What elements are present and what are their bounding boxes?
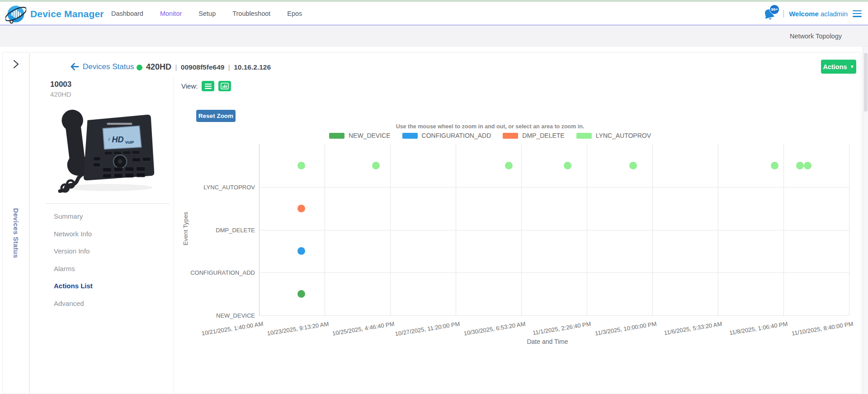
y-tick-label: LYNC_AUTOPROV bbox=[175, 183, 255, 190]
chart-point-lync_autoprov[interactable] bbox=[505, 162, 513, 169]
subheader-bar: Network Topology bbox=[0, 26, 868, 47]
y-gridline bbox=[259, 230, 849, 230]
expand-sidebar-button[interactable] bbox=[11, 59, 21, 71]
chart-point-lync_autoprov[interactable] bbox=[796, 162, 804, 169]
x-tick-label: 10/27/2025, 11:20:00 PM bbox=[395, 320, 461, 338]
main-nav: DashboardMonitorSetupTroubleshootEpos bbox=[111, 2, 302, 25]
notifications-button[interactable]: 99+ bbox=[763, 5, 778, 22]
header-divider bbox=[783, 10, 784, 18]
y-gridline bbox=[259, 187, 849, 188]
chart-point-dmp_delete[interactable] bbox=[297, 205, 305, 212]
y-gridline bbox=[259, 272, 849, 273]
nav-item-monitor[interactable]: Monitor bbox=[160, 10, 182, 17]
nav-item-setup[interactable]: Setup bbox=[198, 10, 216, 17]
logo-icon bbox=[5, 4, 26, 24]
app-logo[interactable]: Device Manager bbox=[5, 4, 104, 24]
notification-badge: 99+ bbox=[769, 5, 779, 14]
scrollbar-track[interactable] bbox=[863, 47, 868, 394]
brand-title: Device Manager bbox=[30, 9, 104, 19]
welcome-text[interactable]: Welcome acladmin bbox=[789, 10, 848, 18]
x-gridline bbox=[849, 144, 849, 315]
top-accent-strip bbox=[0, 0, 868, 2]
x-tick-label: 11/3/2025, 10:00:00 PM bbox=[594, 320, 657, 337]
chart-point-lync_autoprov[interactable] bbox=[771, 162, 778, 169]
x-tick-label: 11/10/2025, 8:40:00 PM bbox=[791, 320, 854, 337]
x-tick-label: 10/21/2025, 1:40:00 AM bbox=[201, 320, 264, 337]
x-tick-label: 10/25/2025, 4:46:40 PM bbox=[332, 320, 395, 337]
username: acladmin bbox=[821, 10, 848, 18]
welcome-label: Welcome bbox=[789, 10, 819, 18]
nav-item-dashboard[interactable]: Dashboard bbox=[111, 10, 143, 17]
nav-item-epos[interactable]: Epos bbox=[287, 10, 302, 17]
app-header: Device Manager DashboardMonitorSetupTrou… bbox=[0, 0, 868, 25]
nav-item-troubleshoot[interactable]: Troubleshoot bbox=[232, 10, 270, 17]
chart-point-lync_autoprov[interactable] bbox=[372, 162, 380, 169]
header-right: 99+ Welcome acladmin bbox=[763, 2, 862, 25]
x-tick-label: 11/1/2025, 2:26:40 PM bbox=[532, 320, 591, 336]
scrollbar-thumb[interactable] bbox=[864, 53, 868, 112]
y-axis-title: Event Types bbox=[182, 212, 189, 245]
x-tick-label: 11/6/2025, 5:33:20 AM bbox=[664, 320, 723, 336]
x-tick-label: 10/30/2025, 6:53:20 AM bbox=[463, 320, 526, 337]
y-gridline bbox=[259, 315, 849, 316]
sidebar-vertical-label: Devices Status bbox=[12, 208, 20, 258]
chart-point-lync_autoprov[interactable] bbox=[804, 162, 811, 169]
main-panel: Devices Status 420HD | 00908f5fe649 | 10… bbox=[29, 52, 861, 394]
collapsed-sidebar: Devices Status bbox=[2, 52, 29, 394]
event-scatter-chart: 10/21/2025, 1:40:00 AM10/23/2025, 9:13:2… bbox=[30, 52, 862, 394]
chart-point-lync_autoprov[interactable] bbox=[629, 162, 637, 169]
chevron-right-icon bbox=[11, 59, 21, 70]
network-topology-link[interactable]: Network Topology bbox=[790, 26, 842, 47]
x-axis-title: Date and Time bbox=[527, 338, 568, 345]
chart-point-lync_autoprov[interactable] bbox=[564, 162, 571, 169]
x-tick-label: 10/23/2025, 9:13:20 AM bbox=[267, 320, 330, 337]
x-tick-label: 11/8/2025, 1:06:40 PM bbox=[729, 320, 788, 336]
y-tick-label: NEW_DEVICE bbox=[175, 312, 255, 319]
y-tick-label: CONFIGURATION_ADD bbox=[175, 269, 255, 276]
hamburger-menu-icon[interactable] bbox=[853, 10, 862, 17]
